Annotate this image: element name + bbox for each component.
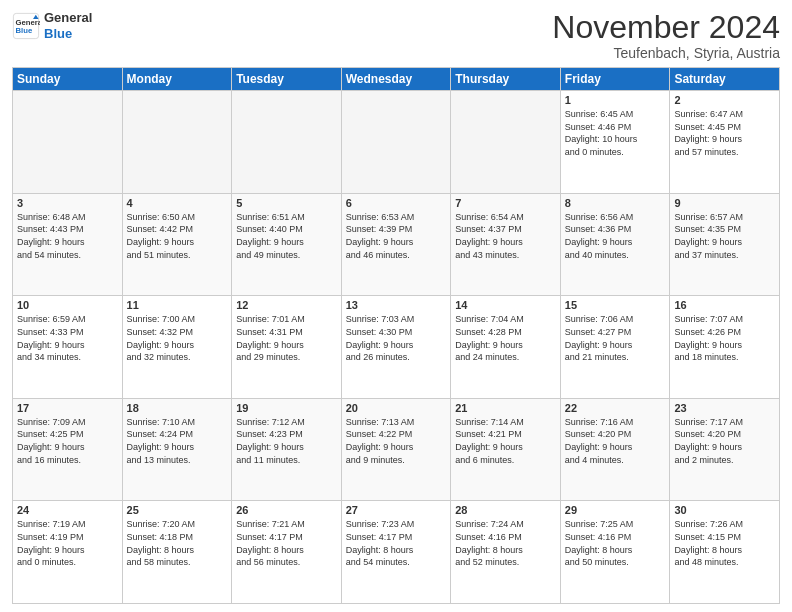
day-info: Sunrise: 6:54 AM Sunset: 4:37 PM Dayligh…: [455, 211, 556, 261]
calendar-cell: 16Sunrise: 7:07 AM Sunset: 4:26 PM Dayli…: [670, 296, 780, 399]
calendar-cell: 10Sunrise: 6:59 AM Sunset: 4:33 PM Dayli…: [13, 296, 123, 399]
calendar-cell: 14Sunrise: 7:04 AM Sunset: 4:28 PM Dayli…: [451, 296, 561, 399]
day-info: Sunrise: 7:00 AM Sunset: 4:32 PM Dayligh…: [127, 313, 228, 363]
calendar-day-header: Friday: [560, 68, 670, 91]
calendar-cell: 17Sunrise: 7:09 AM Sunset: 4:25 PM Dayli…: [13, 398, 123, 501]
day-number: 9: [674, 197, 775, 209]
day-number: 8: [565, 197, 666, 209]
day-info: Sunrise: 7:10 AM Sunset: 4:24 PM Dayligh…: [127, 416, 228, 466]
day-number: 16: [674, 299, 775, 311]
calendar-cell: 23Sunrise: 7:17 AM Sunset: 4:20 PM Dayli…: [670, 398, 780, 501]
day-number: 14: [455, 299, 556, 311]
day-number: 6: [346, 197, 447, 209]
calendar-cell: [232, 91, 342, 194]
logo: General Blue General Blue: [12, 10, 92, 41]
day-number: 15: [565, 299, 666, 311]
day-number: 28: [455, 504, 556, 516]
day-info: Sunrise: 7:17 AM Sunset: 4:20 PM Dayligh…: [674, 416, 775, 466]
calendar-cell: 7Sunrise: 6:54 AM Sunset: 4:37 PM Daylig…: [451, 193, 561, 296]
day-number: 18: [127, 402, 228, 414]
day-info: Sunrise: 7:01 AM Sunset: 4:31 PM Dayligh…: [236, 313, 337, 363]
calendar-cell: 19Sunrise: 7:12 AM Sunset: 4:23 PM Dayli…: [232, 398, 342, 501]
calendar-cell: 29Sunrise: 7:25 AM Sunset: 4:16 PM Dayli…: [560, 501, 670, 604]
day-info: Sunrise: 7:26 AM Sunset: 4:15 PM Dayligh…: [674, 518, 775, 568]
day-number: 3: [17, 197, 118, 209]
calendar-header-row: SundayMondayTuesdayWednesdayThursdayFrid…: [13, 68, 780, 91]
day-info: Sunrise: 7:23 AM Sunset: 4:17 PM Dayligh…: [346, 518, 447, 568]
day-info: Sunrise: 6:57 AM Sunset: 4:35 PM Dayligh…: [674, 211, 775, 261]
calendar-cell: 21Sunrise: 7:14 AM Sunset: 4:21 PM Dayli…: [451, 398, 561, 501]
day-info: Sunrise: 6:51 AM Sunset: 4:40 PM Dayligh…: [236, 211, 337, 261]
day-number: 21: [455, 402, 556, 414]
calendar-cell: 5Sunrise: 6:51 AM Sunset: 4:40 PM Daylig…: [232, 193, 342, 296]
header: General Blue General Blue November 2024 …: [12, 10, 780, 61]
day-number: 2: [674, 94, 775, 106]
calendar-cell: 30Sunrise: 7:26 AM Sunset: 4:15 PM Dayli…: [670, 501, 780, 604]
calendar-cell: 15Sunrise: 7:06 AM Sunset: 4:27 PM Dayli…: [560, 296, 670, 399]
day-info: Sunrise: 7:25 AM Sunset: 4:16 PM Dayligh…: [565, 518, 666, 568]
calendar-cell: [13, 91, 123, 194]
day-info: Sunrise: 6:48 AM Sunset: 4:43 PM Dayligh…: [17, 211, 118, 261]
day-info: Sunrise: 7:12 AM Sunset: 4:23 PM Dayligh…: [236, 416, 337, 466]
calendar-cell: [122, 91, 232, 194]
calendar-cell: 11Sunrise: 7:00 AM Sunset: 4:32 PM Dayli…: [122, 296, 232, 399]
page: General Blue General Blue November 2024 …: [0, 0, 792, 612]
calendar-cell: 13Sunrise: 7:03 AM Sunset: 4:30 PM Dayli…: [341, 296, 451, 399]
calendar-cell: 20Sunrise: 7:13 AM Sunset: 4:22 PM Dayli…: [341, 398, 451, 501]
day-number: 20: [346, 402, 447, 414]
calendar-cell: 1Sunrise: 6:45 AM Sunset: 4:46 PM Daylig…: [560, 91, 670, 194]
day-number: 7: [455, 197, 556, 209]
day-info: Sunrise: 7:20 AM Sunset: 4:18 PM Dayligh…: [127, 518, 228, 568]
day-number: 17: [17, 402, 118, 414]
calendar-cell: [341, 91, 451, 194]
calendar-week-row: 10Sunrise: 6:59 AM Sunset: 4:33 PM Dayli…: [13, 296, 780, 399]
day-number: 22: [565, 402, 666, 414]
calendar-cell: 27Sunrise: 7:23 AM Sunset: 4:17 PM Dayli…: [341, 501, 451, 604]
day-info: Sunrise: 7:21 AM Sunset: 4:17 PM Dayligh…: [236, 518, 337, 568]
calendar-day-header: Wednesday: [341, 68, 451, 91]
calendar-cell: 4Sunrise: 6:50 AM Sunset: 4:42 PM Daylig…: [122, 193, 232, 296]
day-info: Sunrise: 7:24 AM Sunset: 4:16 PM Dayligh…: [455, 518, 556, 568]
day-info: Sunrise: 7:16 AM Sunset: 4:20 PM Dayligh…: [565, 416, 666, 466]
day-info: Sunrise: 7:04 AM Sunset: 4:28 PM Dayligh…: [455, 313, 556, 363]
day-info: Sunrise: 6:47 AM Sunset: 4:45 PM Dayligh…: [674, 108, 775, 158]
day-number: 29: [565, 504, 666, 516]
calendar-cell: 3Sunrise: 6:48 AM Sunset: 4:43 PM Daylig…: [13, 193, 123, 296]
calendar-cell: 2Sunrise: 6:47 AM Sunset: 4:45 PM Daylig…: [670, 91, 780, 194]
day-number: 4: [127, 197, 228, 209]
calendar-cell: 12Sunrise: 7:01 AM Sunset: 4:31 PM Dayli…: [232, 296, 342, 399]
logo-text: General Blue: [44, 10, 92, 41]
day-number: 12: [236, 299, 337, 311]
calendar-week-row: 24Sunrise: 7:19 AM Sunset: 4:19 PM Dayli…: [13, 501, 780, 604]
calendar-table: SundayMondayTuesdayWednesdayThursdayFrid…: [12, 67, 780, 604]
day-number: 10: [17, 299, 118, 311]
calendar-cell: 8Sunrise: 6:56 AM Sunset: 4:36 PM Daylig…: [560, 193, 670, 296]
calendar-cell: 26Sunrise: 7:21 AM Sunset: 4:17 PM Dayli…: [232, 501, 342, 604]
location: Teufenbach, Styria, Austria: [552, 45, 780, 61]
calendar-day-header: Saturday: [670, 68, 780, 91]
day-info: Sunrise: 7:13 AM Sunset: 4:22 PM Dayligh…: [346, 416, 447, 466]
logo-icon: General Blue: [12, 12, 40, 40]
calendar-day-header: Sunday: [13, 68, 123, 91]
day-number: 1: [565, 94, 666, 106]
calendar-cell: 18Sunrise: 7:10 AM Sunset: 4:24 PM Dayli…: [122, 398, 232, 501]
calendar-cell: 9Sunrise: 6:57 AM Sunset: 4:35 PM Daylig…: [670, 193, 780, 296]
day-number: 26: [236, 504, 337, 516]
day-number: 13: [346, 299, 447, 311]
calendar-day-header: Tuesday: [232, 68, 342, 91]
day-number: 27: [346, 504, 447, 516]
day-info: Sunrise: 7:19 AM Sunset: 4:19 PM Dayligh…: [17, 518, 118, 568]
day-info: Sunrise: 7:07 AM Sunset: 4:26 PM Dayligh…: [674, 313, 775, 363]
calendar-cell: 6Sunrise: 6:53 AM Sunset: 4:39 PM Daylig…: [341, 193, 451, 296]
calendar-cell: 22Sunrise: 7:16 AM Sunset: 4:20 PM Dayli…: [560, 398, 670, 501]
calendar-cell: 28Sunrise: 7:24 AM Sunset: 4:16 PM Dayli…: [451, 501, 561, 604]
day-number: 30: [674, 504, 775, 516]
calendar-week-row: 17Sunrise: 7:09 AM Sunset: 4:25 PM Dayli…: [13, 398, 780, 501]
day-info: Sunrise: 6:50 AM Sunset: 4:42 PM Dayligh…: [127, 211, 228, 261]
day-info: Sunrise: 7:06 AM Sunset: 4:27 PM Dayligh…: [565, 313, 666, 363]
day-info: Sunrise: 6:56 AM Sunset: 4:36 PM Dayligh…: [565, 211, 666, 261]
day-info: Sunrise: 7:03 AM Sunset: 4:30 PM Dayligh…: [346, 313, 447, 363]
calendar-cell: [451, 91, 561, 194]
calendar-day-header: Monday: [122, 68, 232, 91]
day-info: Sunrise: 7:09 AM Sunset: 4:25 PM Dayligh…: [17, 416, 118, 466]
